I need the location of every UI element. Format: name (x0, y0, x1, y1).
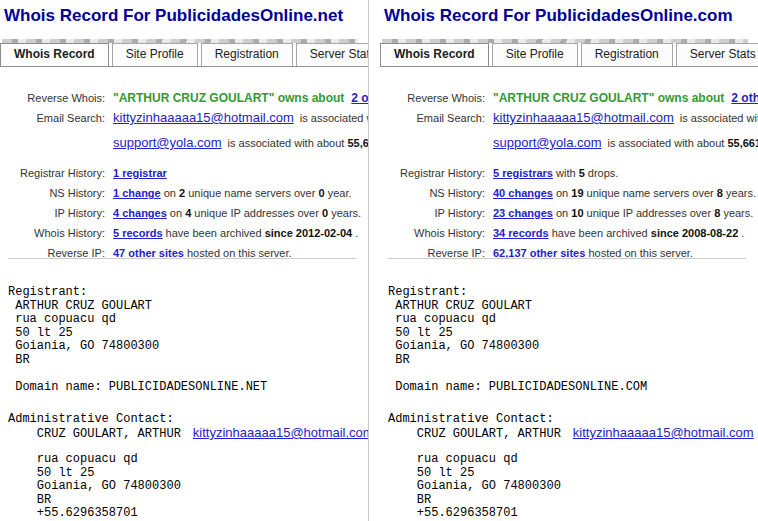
other-domains-link[interactable]: 2 other domains (731, 91, 758, 105)
record-line: ARTHUR CRUZ GOULART (388, 300, 758, 314)
admin-email-link[interactable]: kittyzinhaaaaa15@hotmail.com (573, 425, 754, 440)
record-line: rua copuacu qd (388, 453, 758, 467)
reverse-whois-row: Reverse Whois: "ARTHUR CRUZ GOULART" own… (380, 90, 758, 106)
tab-whois-record[interactable]: Whois Record (0, 43, 109, 66)
email-search-row-2: support@yola.comis associated with about… (380, 135, 758, 151)
reverse-whois-row: Reverse Whois: "ARTHUR CRUZ GOULART" own… (0, 90, 368, 106)
registrar-history-row: Registrar History: 5 registrars with 5 d… (380, 165, 758, 181)
whois-history-link[interactable]: 34 records (493, 227, 549, 239)
whois-history-label: Whois History: (0, 225, 113, 241)
record-line: rua copuacu qd (388, 313, 758, 327)
tab-whois-record[interactable]: Whois Record (380, 43, 489, 66)
record-line: Goiania, GO 74800300 (388, 340, 758, 354)
email2-text-pre: is associated with about (608, 137, 728, 149)
record-line: BR (388, 354, 758, 368)
record-line: 50 lt 25 (388, 327, 758, 341)
ip-history-link[interactable]: 23 changes (493, 207, 553, 219)
record-line (8, 367, 368, 381)
whois-raw-record: Registrant: ARTHUR CRUZ GOULART rua copu… (388, 286, 758, 521)
section-separator (8, 258, 356, 259)
record-line: Registrant: (8, 286, 368, 300)
section-separator (388, 258, 746, 259)
ip-history-label: IP History: (380, 205, 493, 221)
tab-server-stats[interactable]: Server Stats (296, 43, 369, 66)
ip-history-row: IP History: 4 changes on 4 unique IP add… (0, 205, 368, 221)
record-phone-line: +55.6296358701 (388, 507, 758, 521)
tab-site-profile[interactable]: Site Profile (112, 43, 198, 66)
email-link-hotmail[interactable]: kittyzinhaaaaa15@hotmail.com (493, 110, 674, 125)
whois-summary: Reverse Whois: "ARTHUR CRUZ GOULART" own… (0, 90, 368, 265)
registrar-history-link[interactable]: 5 registrars (493, 167, 553, 179)
admin-contact-heading: Administrative Contact: (388, 413, 758, 427)
record-line: 50 lt 25 (8, 327, 368, 341)
whois-comparison-page: Whois Record For PublicidadesOnline.net … (0, 0, 758, 521)
email2-count: 55,661 (727, 137, 758, 149)
record-line: rua copuacu qd (8, 453, 368, 467)
whois-history-link[interactable]: 5 records (113, 227, 163, 239)
tab-registration[interactable]: Registration (581, 43, 673, 66)
email1-text: is associated with (300, 112, 369, 124)
email-link-hotmail[interactable]: kittyzinhaaaaa15@hotmail.com (113, 110, 294, 125)
whois-panel-net: Whois Record For PublicidadesOnline.net … (0, 0, 369, 521)
record-line: Registrant: (388, 286, 758, 300)
page-title: Whois Record For PublicidadesOnline.net (4, 6, 343, 26)
record-line: 50 lt 25 (388, 467, 758, 481)
reverse-whois-label: Reverse Whois: (380, 90, 493, 106)
record-line (8, 394, 368, 408)
email2-count: 55,661 (347, 137, 369, 149)
record-line: BR (8, 354, 368, 368)
ns-history-label: NS History: (380, 185, 493, 201)
admin-name-line: CRUZ GOULART, ARTHURkittyzinhaaaaa15@hot… (388, 426, 758, 440)
record-line: Goiania, GO 74800300 (388, 480, 758, 494)
email-link-yola[interactable]: support@yola.com (113, 135, 222, 150)
email-search-label: Email Search: (0, 110, 113, 126)
registrar-history-label: Registrar History: (0, 165, 113, 181)
email2-text-pre: is associated with about (228, 137, 348, 149)
email1-text: is associated with (680, 112, 758, 124)
record-line: 50 lt 25 (8, 467, 368, 481)
registrar-history-row: Registrar History: 1 registrar (0, 165, 368, 181)
registrar-history-link[interactable]: 1 registrar (113, 167, 167, 179)
email-search-label: Email Search: (380, 110, 493, 126)
page-title: Whois Record For PublicidadesOnline.com (384, 6, 733, 26)
other-domains-link[interactable]: 2 other domains (351, 91, 369, 105)
ip-history-row: IP History: 23 changes on 10 unique IP a… (380, 205, 758, 221)
owner-text: "ARTHUR CRUZ GOULART" owns about (113, 91, 344, 105)
record-line (388, 367, 758, 381)
record-line: Goiania, GO 74800300 (8, 480, 368, 494)
email-search-row-1: Email Search: kittyzinhaaaaa15@hotmail.c… (0, 110, 368, 126)
tab-site-profile[interactable]: Site Profile (492, 43, 578, 66)
ns-history-label: NS History: (0, 185, 113, 201)
whois-panel-com: Whois Record For PublicidadesOnline.com … (380, 0, 758, 521)
admin-email-link[interactable]: kittyzinhaaaaa15@hotmail.com (193, 425, 369, 440)
record-phone-line: +55.6296358701 (8, 507, 368, 521)
record-line (388, 394, 758, 408)
record-line: BR (388, 494, 758, 508)
whois-history-label: Whois History: (380, 225, 493, 241)
whois-history-row: Whois History: 5 records have been archi… (0, 225, 368, 241)
record-line: rua copuacu qd (8, 313, 368, 327)
email-search-row-1: Email Search: kittyzinhaaaaa15@hotmail.c… (380, 110, 758, 126)
whois-history-row: Whois History: 34 records have been arch… (380, 225, 758, 241)
ns-history-row: NS History: 40 changes on 19 unique name… (380, 185, 758, 201)
reverse-whois-label: Reverse Whois: (0, 90, 113, 106)
tab-registration[interactable]: Registration (201, 43, 293, 66)
record-line: BR (8, 494, 368, 508)
ns-history-link[interactable]: 40 changes (493, 187, 553, 199)
owner-text: "ARTHUR CRUZ GOULART" owns about (493, 91, 724, 105)
record-domain-line: Domain name: PUBLICIDADESONLINE.COM (388, 381, 758, 395)
registrar-history-label: Registrar History: (380, 165, 493, 181)
record-line: Goiania, GO 74800300 (8, 340, 368, 354)
tab-server-stats[interactable]: Server Stats (676, 43, 758, 66)
email-link-yola[interactable]: support@yola.com (493, 135, 602, 150)
ns-history-link[interactable]: 1 change (113, 187, 161, 199)
record-line: ARTHUR CRUZ GOULART (8, 300, 368, 314)
ip-history-label: IP History: (0, 205, 113, 221)
ns-history-row: NS History: 1 change on 2 unique name se… (0, 185, 368, 201)
ip-history-link[interactable]: 4 changes (113, 207, 167, 219)
tab-bar: Whois RecordSite ProfileRegistrationServ… (0, 43, 368, 67)
whois-raw-record: Registrant: ARTHUR CRUZ GOULART rua copu… (8, 286, 368, 521)
record-domain-line: Domain name: PUBLICIDADESONLINE.NET (8, 381, 368, 395)
whois-summary: Reverse Whois: "ARTHUR CRUZ GOULART" own… (380, 90, 758, 265)
record-line (388, 440, 758, 454)
